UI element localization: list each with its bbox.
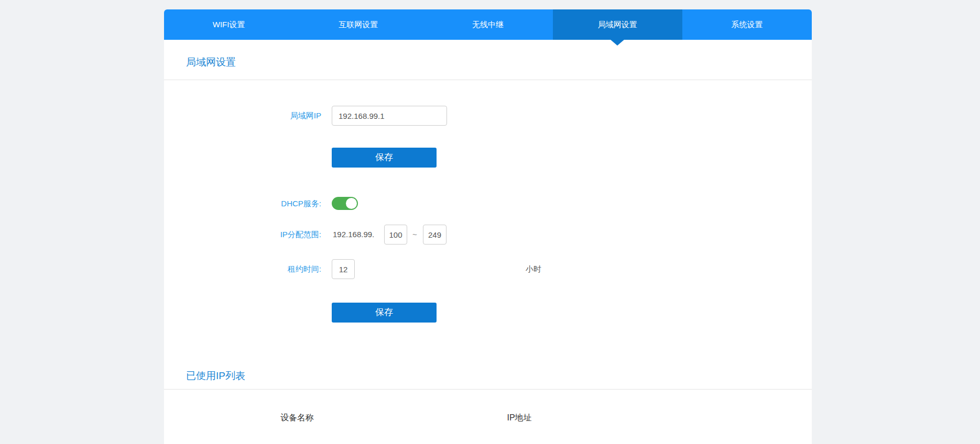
dhcp-toggle[interactable] (332, 197, 358, 210)
nav-tab-bar: WIFI设置 互联网设置 无线中继 局域网设置 系统设置 (164, 9, 812, 40)
save-dhcp-button[interactable]: 保存 (332, 303, 437, 323)
lease-time-input[interactable] (332, 259, 355, 279)
divider (164, 80, 812, 80)
tab-internet-settings[interactable]: 互联网设置 (293, 9, 423, 40)
ip-address-column-header: IP地址 (408, 407, 630, 428)
lease-time-unit: 小时 (526, 259, 541, 279)
page-background: WIFI设置 互联网设置 无线中继 局域网设置 系统设置 局域网设置 局域网IP… (0, 0, 980, 444)
lan-ip-input[interactable] (332, 106, 447, 126)
ip-range-separator: ~ (412, 225, 417, 245)
ip-range-start-input[interactable] (384, 225, 407, 245)
tab-wireless-repeater[interactable]: 无线中继 (423, 9, 552, 40)
lease-time-label: 租约时间: (164, 259, 321, 279)
tab-lan-settings-label: 局域网设置 (598, 20, 637, 29)
dhcp-service-label: DHCP服务: (164, 197, 321, 210)
tab-system-settings[interactable]: 系统设置 (682, 9, 812, 40)
ip-range-label: IP分配范围: (164, 225, 321, 245)
tab-lan-settings[interactable]: 局域网设置 (553, 9, 682, 40)
lan-settings-section-title: 局域网设置 (186, 56, 236, 69)
save-lan-ip-button[interactable]: 保存 (332, 148, 437, 168)
settings-card: WIFI设置 互联网设置 无线中继 局域网设置 系统设置 局域网设置 局域网IP… (164, 9, 812, 444)
ip-range-end-input[interactable] (423, 225, 447, 245)
divider (164, 389, 812, 390)
ip-range-prefix: 192.168.99. (333, 225, 374, 245)
active-tab-arrow-icon (610, 39, 625, 46)
tab-wifi-settings[interactable]: WIFI设置 (164, 9, 293, 40)
device-name-column-header: 设备名称 (186, 407, 408, 428)
used-ip-list-section-title: 已使用IP列表 (186, 369, 245, 383)
toggle-knob (346, 198, 357, 209)
lan-ip-label: 局域网IP (164, 106, 321, 126)
